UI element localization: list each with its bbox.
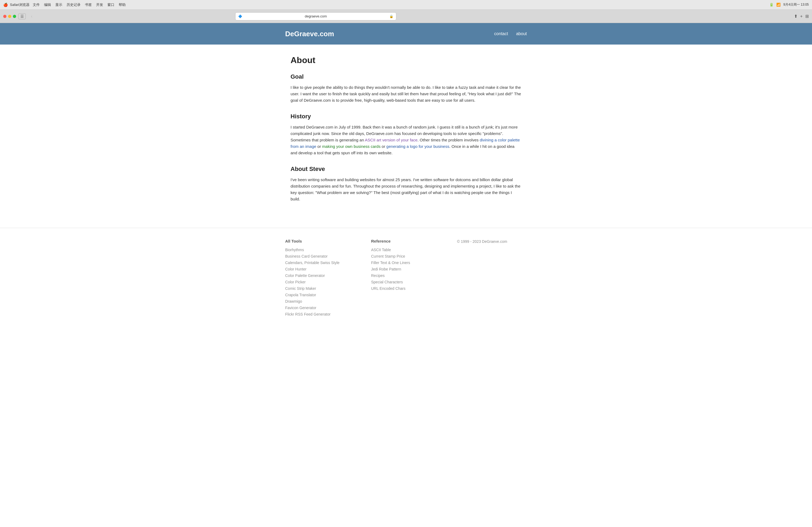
about-steve-heading: About Steve bbox=[291, 166, 521, 172]
site-footer: All Tools Biorhythms Business Card Gener… bbox=[0, 228, 812, 329]
list-item: Calendars, Printable Swiss Style bbox=[285, 260, 355, 265]
list-item: ASCII Table bbox=[371, 247, 441, 252]
tool-drawmigo-link[interactable]: Drawmigo bbox=[285, 299, 302, 303]
footer-copyright: © 1999 - 2023 DeGraeve.com bbox=[457, 239, 527, 244]
tool-flickr-link[interactable]: Flickr RSS Feed Generator bbox=[285, 312, 331, 316]
datetime: 9月4日周一 13:05 bbox=[783, 2, 809, 7]
maximize-button[interactable] bbox=[13, 15, 16, 18]
footer-all-tools: All Tools Biorhythms Business Card Gener… bbox=[285, 239, 355, 318]
list-item: Special Characters bbox=[371, 280, 441, 284]
footer-all-tools-list: Biorhythms Business Card Generator Calen… bbox=[285, 247, 355, 317]
menu-develop[interactable]: 开发 bbox=[96, 2, 103, 7]
about-steve-text: I've been writing software and building … bbox=[291, 177, 521, 202]
logo-link[interactable]: generating a logo for your business bbox=[387, 144, 449, 149]
history-text-2: . Other times the problem involves bbox=[418, 138, 480, 142]
page-title: About bbox=[291, 55, 521, 65]
tool-color-hunter-link[interactable]: Color Hunter bbox=[285, 267, 306, 271]
history-text: I started DeGraeve.com in July of 1999. … bbox=[291, 124, 521, 156]
address-bar[interactable]: 🔷 degraeve.com 🔒 bbox=[235, 12, 396, 20]
tool-crapola-link[interactable]: Crapola Translator bbox=[285, 293, 316, 297]
footer-copyright-col: © 1999 - 2023 DeGraeve.com bbox=[457, 239, 527, 318]
nav-contact[interactable]: contact bbox=[494, 31, 508, 36]
ref-recipes-link[interactable]: Recipes bbox=[371, 273, 385, 278]
browser-name: Safari浏览器 bbox=[10, 2, 30, 7]
list-item: Comic Strip Maker bbox=[285, 286, 355, 291]
goal-section: Goal I like to give people the ability t… bbox=[291, 73, 521, 104]
list-item: Filler Text & One Liners bbox=[371, 260, 441, 265]
site-header: DeGraeve.com contact about bbox=[0, 23, 812, 45]
browser-right-actions: ⬆ + ⊞ bbox=[794, 14, 809, 19]
back-button[interactable]: ‹ bbox=[28, 13, 35, 20]
main-content: About Goal I like to give people the abi… bbox=[285, 45, 527, 223]
site-logo[interactable]: DeGraeve.com bbox=[285, 30, 334, 38]
list-item: Recipes bbox=[371, 273, 441, 278]
status-icons: 🔋 📶 9月4日周一 13:05 bbox=[769, 2, 809, 7]
menu-window[interactable]: 窗口 bbox=[107, 2, 114, 7]
list-item: Color Picker bbox=[285, 280, 355, 284]
apple-icon[interactable]: 🍎 bbox=[3, 3, 8, 7]
tool-business-card-link[interactable]: Business Card Generator bbox=[285, 254, 328, 258]
footer-all-tools-title: All Tools bbox=[285, 239, 355, 243]
ref-filler-text-link[interactable]: Filler Text & One Liners bbox=[371, 260, 410, 265]
battery-icon: 🔋 bbox=[769, 3, 773, 7]
list-item: Drawmigo bbox=[285, 299, 355, 304]
tool-color-palette-link[interactable]: Color Palette Generator bbox=[285, 273, 325, 278]
footer-reference-title: Reference bbox=[371, 239, 441, 243]
list-item: Favicon Generator bbox=[285, 305, 355, 310]
ref-special-chars-link[interactable]: Special Characters bbox=[371, 280, 403, 284]
tool-favicon-link[interactable]: Favicon Generator bbox=[285, 306, 316, 310]
ascii-art-link[interactable]: ASCII art version of your face bbox=[365, 138, 418, 142]
history-text-3: or bbox=[316, 144, 322, 149]
menu-view[interactable]: 显示 bbox=[55, 2, 62, 7]
list-item: Biorhythms bbox=[285, 247, 355, 252]
lock-icon: 🔒 bbox=[389, 15, 393, 18]
wifi-icon: 📶 bbox=[776, 3, 781, 7]
history-section: History I started DeGraeve.com in July o… bbox=[291, 113, 521, 156]
mac-os-bar: 🍎 Safari浏览器 文件 编辑 显示 历史记录 书签 开发 窗口 帮助 🔋 … bbox=[0, 0, 812, 10]
about-steve-section: About Steve I've been writing software a… bbox=[291, 166, 521, 202]
tabs-icon[interactable]: ⊞ bbox=[805, 14, 809, 19]
close-button[interactable] bbox=[3, 15, 6, 18]
list-item: Current Stamp Price bbox=[371, 254, 441, 259]
ref-stamp-price-link[interactable]: Current Stamp Price bbox=[371, 254, 405, 258]
menu-file[interactable]: 文件 bbox=[33, 2, 40, 7]
list-item: Color Palette Generator bbox=[285, 273, 355, 278]
list-item: Crapola Translator bbox=[285, 292, 355, 297]
share-icon[interactable]: ⬆ bbox=[794, 14, 798, 19]
menu-edit[interactable]: 编辑 bbox=[44, 2, 51, 7]
ref-jedi-robe-link[interactable]: Jedi Robe Pattern bbox=[371, 267, 401, 271]
list-item: Color Hunter bbox=[285, 267, 355, 272]
url-text: degraeve.com bbox=[244, 14, 388, 18]
menu-help[interactable]: 帮助 bbox=[119, 2, 126, 7]
nav-about[interactable]: about bbox=[516, 31, 527, 36]
ref-url-encoded-link[interactable]: URL Encoded Chars bbox=[371, 286, 405, 291]
browser-toolbar: ☰ ‹ 🔷 degraeve.com 🔒 ⬆ + ⊞ bbox=[0, 10, 812, 23]
site-favicon: 🔷 bbox=[238, 15, 242, 18]
tool-calendars-link[interactable]: Calendars, Printable Swiss Style bbox=[285, 260, 339, 265]
goal-heading: Goal bbox=[291, 73, 521, 80]
site-nav: contact about bbox=[494, 31, 527, 36]
business-cards-link[interactable]: making your own business cards bbox=[322, 144, 381, 149]
tool-biorhythms-link[interactable]: Biorhythms bbox=[285, 248, 304, 252]
menu-history[interactable]: 历史记录 bbox=[67, 2, 81, 7]
list-item: Flickr RSS Feed Generator bbox=[285, 312, 355, 317]
list-item: Business Card Generator bbox=[285, 254, 355, 259]
window-controls bbox=[3, 15, 16, 18]
tool-color-picker-link[interactable]: Color Picker bbox=[285, 280, 306, 284]
minimize-button[interactable] bbox=[8, 15, 11, 18]
list-item: URL Encoded Chars bbox=[371, 286, 441, 291]
list-item: Jedi Robe Pattern bbox=[371, 267, 441, 272]
history-heading: History bbox=[291, 113, 521, 120]
new-tab-icon[interactable]: + bbox=[800, 14, 802, 19]
ref-ascii-table-link[interactable]: ASCII Table bbox=[371, 248, 391, 252]
goal-text: I like to give people the ability to do … bbox=[291, 84, 521, 104]
footer-reference-list: ASCII Table Current Stamp Price Filler T… bbox=[371, 247, 441, 291]
history-text-4: or bbox=[380, 144, 387, 149]
footer-reference: Reference ASCII Table Current Stamp Pric… bbox=[371, 239, 441, 318]
tool-comic-strip-link[interactable]: Comic Strip Maker bbox=[285, 286, 316, 291]
sidebar-toggle[interactable]: ☰ bbox=[18, 13, 26, 19]
menu-bookmarks[interactable]: 书签 bbox=[85, 2, 92, 7]
